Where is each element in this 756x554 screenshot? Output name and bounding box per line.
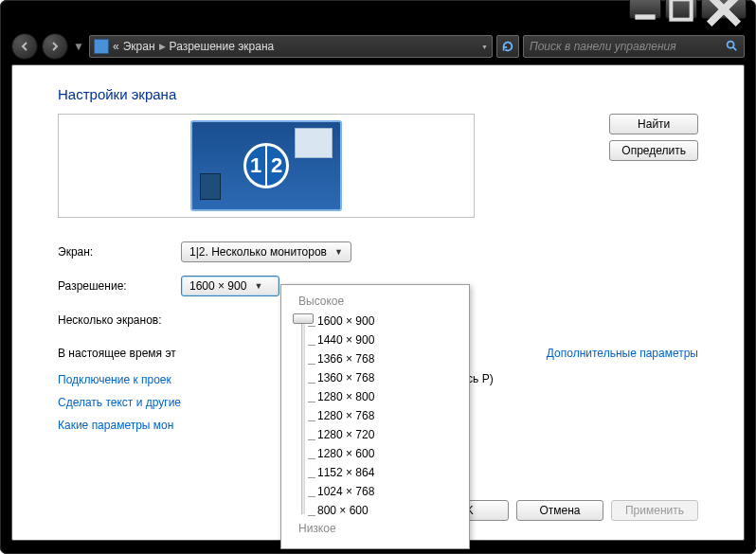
maximize-button[interactable] xyxy=(665,0,697,19)
search-icon[interactable] xyxy=(725,39,738,55)
monitor-id-1: 1 xyxy=(246,146,267,186)
slider-tick xyxy=(308,345,315,346)
minimize-button[interactable] xyxy=(629,0,661,19)
resolution-combo[interactable]: 1600 × 900 ▼ xyxy=(181,276,279,296)
slider-tick xyxy=(308,477,315,478)
titlebar-buttons xyxy=(629,0,747,21)
breadcrumb-item[interactable]: Экран xyxy=(123,40,155,53)
slider-tick xyxy=(308,515,315,516)
popup-low-label: Низкое xyxy=(298,522,458,535)
window-frame: ▼ « Экран ▶ Разрешение экрана ▼ Настройк… xyxy=(0,0,756,554)
apply-button[interactable]: Применить xyxy=(611,500,698,521)
back-button[interactable] xyxy=(11,33,38,60)
nav-history-dropdown[interactable]: ▼ xyxy=(72,35,85,58)
svg-point-2 xyxy=(728,41,734,47)
resolution-popup: Высокое 1600 × 9001440 × 9001366 × 76813… xyxy=(280,284,470,549)
monitor-thumb-small xyxy=(200,173,221,200)
label-screen: Экран: xyxy=(58,245,181,259)
breadcrumb-item[interactable]: Разрешение экрана xyxy=(170,40,275,53)
slider-tick xyxy=(308,402,315,402)
resolution-option[interactable]: 1152 × 864 xyxy=(317,463,458,482)
side-buttons: Найти Определить xyxy=(609,114,698,161)
monitor-preview[interactable]: 1 2 xyxy=(58,114,475,218)
resolution-option[interactable]: 1024 × 768 xyxy=(317,482,458,501)
row-screen: Экран: 1|2. Несколько мониторов ▼ xyxy=(58,235,698,269)
control-panel-icon xyxy=(94,39,109,54)
slider-tick xyxy=(308,496,315,497)
chevron-down-icon[interactable]: ▼ xyxy=(481,44,488,50)
search-input[interactable] xyxy=(530,40,725,53)
breadcrumb-bar[interactable]: « Экран ▶ Разрешение экрана ▼ xyxy=(89,35,493,58)
search-box[interactable] xyxy=(523,35,745,58)
screen-combo[interactable]: 1|2. Несколько мониторов ▼ xyxy=(181,241,351,262)
identify-button[interactable]: Определить xyxy=(609,140,698,161)
nav-row: ▼ « Экран ▶ Разрешение экрана ▼ xyxy=(11,32,745,61)
svg-rect-1 xyxy=(671,0,691,19)
resolution-combo-value: 1600 × 900 xyxy=(189,279,246,293)
find-button[interactable]: Найти xyxy=(609,114,698,134)
chevron-down-icon: ▼ xyxy=(334,247,343,257)
resolution-option[interactable]: 1280 × 720 xyxy=(317,425,458,444)
resolution-options: 1600 × 9001440 × 9001366 × 7681360 × 768… xyxy=(293,312,458,520)
resolution-option[interactable]: 1280 × 768 xyxy=(317,406,458,425)
monitor-graphic[interactable]: 1 2 xyxy=(190,120,342,211)
status-text: В настоящее время эт xyxy=(58,347,176,360)
cancel-button[interactable]: Отмена xyxy=(516,500,603,521)
slider-tick xyxy=(308,364,315,365)
page-heading: Настройки экрана xyxy=(58,86,698,102)
advanced-settings-link[interactable]: Дополнительные параметры xyxy=(547,347,698,360)
label-multi: Несколько экранов: xyxy=(58,313,181,327)
monitor-id-2: 2 xyxy=(267,146,286,186)
slider-track[interactable] xyxy=(301,317,305,514)
monitor-id-badge: 1 2 xyxy=(243,143,289,188)
slider-thumb[interactable] xyxy=(293,313,314,324)
breadcrumb-prefix: « xyxy=(113,40,119,53)
label-resolution: Разрешение: xyxy=(58,279,181,293)
resolution-option[interactable]: 1360 × 768 xyxy=(317,368,458,387)
resolution-option[interactable]: 1280 × 600 xyxy=(317,444,458,463)
preview-row: 1 2 Найти Определить xyxy=(58,114,698,218)
slider-tick xyxy=(308,458,315,459)
forward-button[interactable] xyxy=(42,33,68,60)
slider-tick xyxy=(308,439,315,440)
resolution-option[interactable]: 1440 × 900 xyxy=(317,331,458,349)
close-button[interactable] xyxy=(701,0,747,19)
slider-tick xyxy=(308,420,315,421)
resolution-option[interactable]: 1280 × 800 xyxy=(317,387,458,406)
popup-high-label: Высокое xyxy=(298,295,458,308)
screen-combo-value: 1|2. Несколько мониторов xyxy=(189,245,327,259)
svg-rect-0 xyxy=(635,14,655,19)
resolution-option[interactable]: 800 × 600 xyxy=(317,501,458,520)
chevron-right-icon: ▶ xyxy=(159,42,166,51)
monitor-thumb xyxy=(295,128,333,158)
resolution-option[interactable]: 1600 × 900 xyxy=(317,312,458,331)
refresh-button[interactable] xyxy=(496,35,519,58)
chevron-down-icon: ▼ xyxy=(254,281,262,291)
resolution-option[interactable]: 1366 × 768 xyxy=(317,349,458,368)
slider-tick xyxy=(308,326,315,327)
slider-tick xyxy=(308,383,315,384)
